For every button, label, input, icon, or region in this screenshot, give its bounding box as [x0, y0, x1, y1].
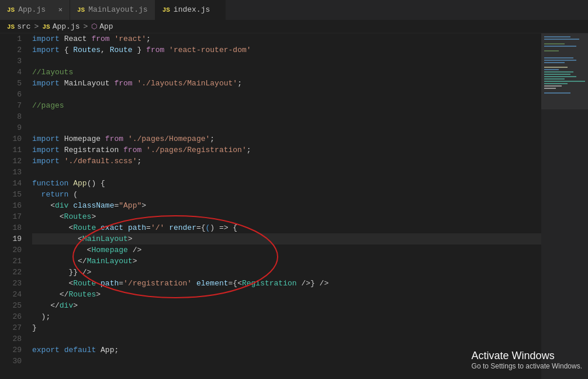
- breadcrumb-src: src: [17, 22, 30, 31]
- code-line-21: </MainLayout>: [32, 256, 541, 267]
- line-num-15: 15: [0, 189, 22, 200]
- code-line-2: import { Routes, Route } from 'react-rou…: [32, 44, 541, 56]
- line-num-30: 30: [0, 356, 22, 367]
- code-line-13: [32, 167, 541, 178]
- tab-label-mainlayout-js: MainLayout.js: [88, 5, 147, 14]
- tab-index-js[interactable]: JS index.js: [155, 0, 226, 20]
- code-line-20: <Homepage />: [32, 244, 541, 256]
- line-num-24: 24: [0, 289, 22, 300]
- line-num-14: 14: [0, 178, 22, 189]
- breadcrumb-file: App.js: [53, 22, 80, 31]
- code-line-24: </Routes>: [32, 289, 541, 300]
- editor: 1 2 3 4 5 6 7 8 9 10 11 12 13 14 15 16 1…: [0, 33, 588, 379]
- code-line-10: import Homepage from './pages/Homepage';: [32, 133, 541, 144]
- line-num-6: 6: [0, 89, 22, 100]
- line-num-26: 26: [0, 311, 22, 322]
- minimap[interactable]: [541, 33, 588, 379]
- code-line-30: [32, 356, 541, 367]
- breadcrumb-component: App: [99, 22, 113, 31]
- code-line-22: }} />: [32, 267, 541, 278]
- js-icon-breadcrumb: JS: [7, 23, 15, 30]
- code-line-14: function App() {: [32, 178, 541, 189]
- code-line-1: import React from 'react';: [32, 33, 541, 44]
- code-line-23: <Route path='/registration' element={<Re…: [32, 278, 541, 289]
- line-num-9: 9: [0, 122, 22, 133]
- code-line-4: //layouts: [32, 67, 541, 78]
- breadcrumb-sep1: >: [34, 22, 39, 31]
- code-line-17: <Routes>: [32, 211, 541, 222]
- line-num-23: 23: [0, 278, 22, 289]
- line-num-7: 7: [0, 100, 22, 111]
- line-num-17: 17: [0, 211, 22, 222]
- line-num-12: 12: [0, 156, 22, 167]
- activation-title: Activate Windows: [472, 350, 582, 362]
- line-num-16: 16: [0, 200, 22, 211]
- line-num-21: 21: [0, 256, 22, 267]
- line-num-10: 10: [0, 133, 22, 144]
- code-line-18: <Route exact path='/' render={() => {: [32, 222, 541, 233]
- tab-mainlayout-js[interactable]: JS MainLayout.js: [70, 0, 155, 20]
- minimap-svg: [541, 33, 588, 367]
- line-num-29: 29: [0, 344, 22, 356]
- line-num-4: 4: [0, 67, 22, 78]
- code-line-15: return (: [32, 189, 541, 200]
- code-line-29: export default App;: [32, 344, 541, 356]
- code-line-8: [32, 111, 541, 122]
- line-num-11: 11: [0, 144, 22, 156]
- line-num-3: 3: [0, 56, 22, 67]
- js-icon-mainlayout: JS: [77, 6, 85, 13]
- js-icon-index: JS: [162, 6, 170, 13]
- line-num-2: 2: [0, 44, 22, 56]
- component-icon-breadcrumb: ⬡: [91, 22, 97, 31]
- code-line-19: <MainLayout>: [32, 233, 541, 244]
- line-num-13: 13: [0, 167, 22, 178]
- tab-close-app-js[interactable]: ✕: [58, 5, 63, 14]
- code-line-3: [32, 56, 541, 67]
- activation-watermark: Activate Windows Go to Settings to activ…: [472, 350, 582, 370]
- code-line-5: import MainLayout from './layouts/MainLa…: [32, 78, 541, 89]
- code-line-12: import './default.scss';: [32, 156, 541, 167]
- code-line-16: <div className="App">: [32, 200, 541, 211]
- code-line-9: [32, 122, 541, 133]
- tab-app-js[interactable]: JS App.js ✕: [0, 0, 70, 20]
- line-num-1: 1: [0, 33, 22, 44]
- code-line-11: import Registration from './pages/Regist…: [32, 144, 541, 156]
- line-num-5: 5: [0, 78, 22, 89]
- js-icon-app: JS: [7, 6, 15, 13]
- tab-label-index-js: index.js: [174, 5, 210, 14]
- line-num-28: 28: [0, 333, 22, 344]
- code-line-7: //pages: [32, 100, 541, 111]
- code-line-6: [32, 89, 541, 100]
- line-num-27: 27: [0, 322, 22, 333]
- activation-subtitle: Go to Settings to activate Windows.: [472, 362, 582, 370]
- code-line-26: );: [32, 311, 541, 322]
- code-area[interactable]: import React from 'react'; import { Rout…: [26, 33, 541, 379]
- line-num-19: 19: [0, 233, 22, 244]
- tab-label-app-js: App.js: [18, 5, 46, 14]
- line-num-8: 8: [0, 111, 22, 122]
- line-num-18: 18: [0, 222, 22, 233]
- line-num-22: 22: [0, 267, 22, 278]
- js-icon-breadcrumb2: JS: [42, 23, 50, 30]
- line-num-25: 25: [0, 300, 22, 311]
- breadcrumb-sep2: >: [83, 22, 88, 31]
- code-line-28: [32, 333, 541, 344]
- line-numbers: 1 2 3 4 5 6 7 8 9 10 11 12 13 14 15 16 1…: [0, 33, 26, 379]
- code-line-27: }: [32, 322, 541, 333]
- breadcrumb: JS src > JS App.js > ⬡ App: [0, 20, 588, 33]
- tab-bar: JS App.js ✕ JS MainLayout.js JS index.js: [0, 0, 588, 20]
- code-line-25: </div>: [32, 300, 541, 311]
- line-num-20: 20: [0, 244, 22, 256]
